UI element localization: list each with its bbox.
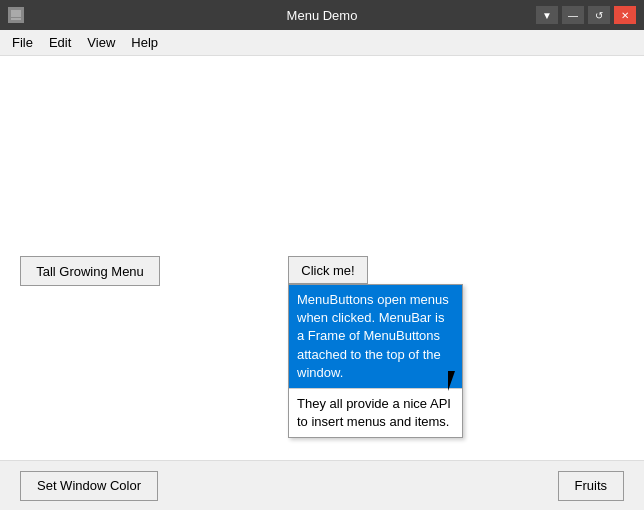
bottom-bar: Set Window Color Fruits <box>0 460 644 510</box>
close-button[interactable]: ✕ <box>614 6 636 24</box>
restore-button[interactable]: — <box>562 6 584 24</box>
close-icon: ✕ <box>621 10 629 21</box>
restore-icon: — <box>568 10 578 21</box>
click-me-button[interactable]: Click me! <box>288 256 368 284</box>
svg-rect-2 <box>11 18 21 20</box>
menu-bar: File Edit View Help <box>0 30 644 56</box>
maximize-icon: ↺ <box>595 10 603 21</box>
dropdown-menu: MenuButtons open menus when clicked. Men… <box>288 284 463 438</box>
menu-file[interactable]: File <box>4 32 41 53</box>
title-bar: Menu Demo ▼ — ↺ ✕ <box>0 0 644 30</box>
window-title: Menu Demo <box>287 8 358 23</box>
window-controls: ▼ — ↺ ✕ <box>536 6 636 24</box>
set-window-color-button[interactable]: Set Window Color <box>20 471 158 501</box>
minimize-icon: ▼ <box>542 10 552 21</box>
dropdown-item-1-text: MenuButtons open menus when clicked. Men… <box>297 292 449 380</box>
tall-growing-menu-button[interactable]: Tall Growing Menu <box>20 256 160 286</box>
maximize-button[interactable]: ↺ <box>588 6 610 24</box>
dropdown-item-1[interactable]: MenuButtons open menus when clicked. Men… <box>289 285 462 388</box>
dropdown-item-2-text: They all provide a nice API to insert me… <box>297 396 451 429</box>
app-icon <box>8 7 24 23</box>
menu-help[interactable]: Help <box>123 32 166 53</box>
menu-edit[interactable]: Edit <box>41 32 79 53</box>
main-content: Tall Growing Menu Click me! MenuButtons … <box>0 56 644 510</box>
menu-view[interactable]: View <box>79 32 123 53</box>
svg-rect-1 <box>11 10 21 17</box>
dropdown-item-2[interactable]: They all provide a nice API to insert me… <box>289 389 462 437</box>
fruits-button[interactable]: Fruits <box>558 471 625 501</box>
title-bar-left <box>8 7 24 23</box>
minimize-button[interactable]: ▼ <box>536 6 558 24</box>
